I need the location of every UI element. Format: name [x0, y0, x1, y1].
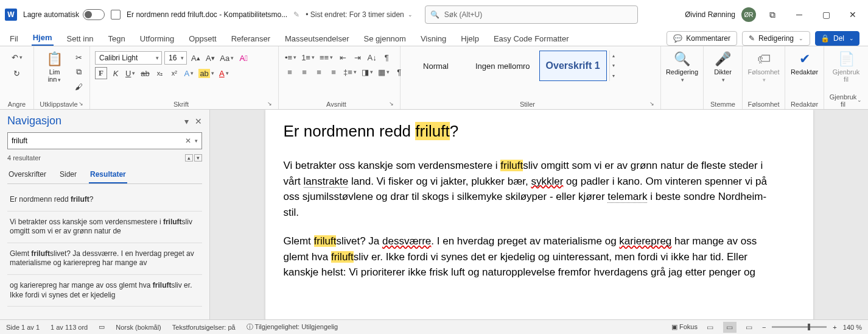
align-left-button[interactable]: ≡: [284, 66, 296, 78]
increase-indent-button[interactable]: ⇥: [351, 51, 363, 63]
strikethrough-button[interactable]: ab: [139, 67, 151, 79]
navigation-menu[interactable]: ▾: [184, 116, 189, 126]
comments-button[interactable]: 💬 Kommentarer: [667, 31, 737, 46]
zoom-level[interactable]: 140 %: [843, 324, 862, 331]
nav-tab-pages[interactable]: Sider: [58, 166, 78, 183]
tab-tegn[interactable]: Tegn: [107, 32, 127, 46]
editing-mode-button[interactable]: ✎ Redigering⌄: [742, 31, 810, 46]
tab-easy-code[interactable]: Easy Code Formatter: [492, 32, 570, 46]
sensitivity-button[interactable]: 🏷 Følsomhet▾: [747, 49, 780, 86]
zoom-in[interactable]: +: [833, 324, 836, 331]
minimize-button[interactable]: ─: [789, 6, 810, 23]
tab-visning[interactable]: Visning: [419, 32, 447, 46]
maximize-button[interactable]: ▢: [816, 6, 836, 23]
tab-referanser[interactable]: Referanser: [230, 32, 271, 46]
tab-se-gjennom[interactable]: Se gjennom: [363, 32, 407, 46]
subscript-button[interactable]: x₂: [153, 67, 166, 79]
decrease-font-button[interactable]: A▾: [204, 52, 216, 64]
borders-button[interactable]: ▦▾: [377, 66, 391, 78]
search-result[interactable]: Glemt friluftslivet? Ja dessværre. I en …: [7, 243, 202, 275]
search-result[interactable]: Vi betrakter oss kanskje som verdensmest…: [7, 211, 202, 243]
share-button[interactable]: 🔒 Del⌄: [815, 31, 859, 46]
clear-formatting-button[interactable]: A⃠: [237, 52, 250, 64]
status-focus[interactable]: ▣ Fokus: [671, 323, 698, 331]
paste-button[interactable]: 📋 Lim inn▾: [39, 49, 70, 86]
navigation-search-input[interactable]: [12, 137, 183, 145]
text-effects-button[interactable]: A▾: [183, 67, 195, 79]
tab-utforming[interactable]: Utforming: [139, 32, 175, 46]
tab-oppsett[interactable]: Oppsett: [187, 32, 218, 46]
decrease-indent-button[interactable]: ⇤: [337, 51, 349, 63]
navigation-next-result[interactable]: ▾: [194, 154, 202, 162]
navigation-close[interactable]: ✕: [195, 116, 202, 126]
clipboard-launcher[interactable]: ↘: [79, 101, 85, 107]
style-gallery-more[interactable]: ▴▾▾: [609, 51, 618, 81]
undo-button[interactable]: ↶▾: [10, 51, 24, 63]
view-web-layout[interactable]: ▭: [743, 322, 756, 333]
tab-hjelp[interactable]: Hjelp: [460, 32, 480, 46]
change-case-button[interactable]: Aa▾: [219, 52, 235, 64]
save-icon[interactable]: [111, 10, 121, 20]
document-heading[interactable]: Er nordmenn redd friluft?: [284, 122, 777, 141]
tab-fil[interactable]: Fil: [9, 32, 19, 46]
increase-font-button[interactable]: A▴: [189, 52, 201, 64]
zoom-slider[interactable]: [772, 326, 827, 328]
font-launcher[interactable]: ↘: [267, 101, 273, 107]
nav-tab-results[interactable]: Resultater: [89, 166, 127, 183]
editor-button[interactable]: ✔ Redaktør: [790, 49, 819, 78]
status-spellcheck-icon[interactable]: ▭: [99, 323, 105, 331]
reuse-file-button[interactable]: 📄 Gjenbruk fil: [829, 49, 863, 85]
style-no-spacing[interactable]: Ingen mellomro: [469, 51, 537, 81]
multilevel-button[interactable]: ≡≡▾: [318, 51, 334, 63]
user-avatar[interactable]: ØR: [741, 7, 756, 22]
underline-button[interactable]: U▾: [124, 67, 136, 79]
status-page[interactable]: Side 1 av 1: [6, 324, 40, 331]
last-modified[interactable]: • Sist endret: For 3 timer siden⌄: [306, 10, 413, 19]
styles-launcher[interactable]: ↘: [649, 101, 656, 107]
close-button[interactable]: ✕: [842, 6, 863, 23]
ribbon-collapse[interactable]: ⌄: [857, 97, 863, 103]
status-accessibility[interactable]: ⓘ Tilgjengelighet: Utilgjengelig: [247, 322, 338, 332]
document-page[interactable]: Er nordmenn redd friluft? Vi betrakter o…: [265, 110, 813, 319]
navigation-search-options[interactable]: ▾: [195, 138, 198, 144]
align-right-button[interactable]: ≡: [313, 66, 325, 78]
navigation-search-clear[interactable]: ✕: [183, 137, 194, 145]
line-spacing-button[interactable]: ‡≡▾: [342, 66, 358, 78]
highlight-button[interactable]: ab▾: [197, 67, 215, 79]
font-size-combo[interactable]: 16: [164, 51, 187, 65]
superscript-button[interactable]: x²: [168, 67, 180, 79]
sort-button[interactable]: A↓: [366, 51, 378, 63]
cut-button[interactable]: ✂: [72, 51, 85, 63]
view-print-layout[interactable]: ▭: [723, 322, 737, 333]
italic-button[interactable]: K: [110, 67, 122, 79]
copy-button[interactable]: ⧉: [72, 66, 85, 78]
tab-hjem[interactable]: Hjem: [32, 30, 54, 46]
zoom-out[interactable]: −: [762, 324, 766, 331]
dictate-button[interactable]: 🎤 Dikter▾: [709, 49, 738, 86]
search-result[interactable]: og karierepreg har mange av oss glemt hv…: [7, 275, 202, 307]
redo-button[interactable]: ↻: [11, 67, 23, 79]
show-marks-button[interactable]: ¶: [380, 51, 393, 63]
numbering-button[interactable]: 1≡▾: [300, 51, 316, 63]
font-name-combo[interactable]: Calibri Light: [95, 51, 162, 65]
nav-tab-headings[interactable]: Overskrifter: [7, 166, 47, 183]
status-predictions[interactable]: Tekstforutsigelser: på: [172, 324, 236, 331]
format-painter-button[interactable]: 🖌: [72, 80, 85, 93]
style-heading1[interactable]: Overskrift 1: [539, 51, 607, 81]
tab-masseutsendelser[interactable]: Masseutsendelser: [284, 32, 351, 46]
navigation-search[interactable]: ✕ ▾: [7, 132, 202, 149]
search-result[interactable]: Er nordmenn redd friluft?: [7, 189, 202, 211]
bullets-button[interactable]: •≡▾: [284, 51, 298, 63]
style-normal[interactable]: Normal: [405, 51, 466, 81]
status-language[interactable]: Norsk (bokmål): [116, 324, 161, 331]
document-area[interactable]: Er nordmenn redd friluft? Vi betrakter o…: [210, 110, 868, 319]
status-words[interactable]: 1 av 113 ord: [51, 324, 88, 331]
search-box[interactable]: 🔍 Søk (Alt+U): [425, 5, 638, 24]
autosave-toggle[interactable]: [83, 9, 105, 20]
shading-button[interactable]: ◨▾: [360, 66, 374, 78]
editing-find-button[interactable]: 🔍 Redigering▾: [666, 49, 698, 86]
document-paragraph[interactable]: Glemt friluftslivet? Ja dessværre. I en …: [284, 233, 777, 280]
document-paragraph[interactable]: Vi betrakter oss kanskje som verdensmest…: [284, 158, 777, 220]
paragraph-launcher[interactable]: ↘: [389, 101, 395, 107]
navigation-prev-result[interactable]: ▴: [185, 154, 193, 162]
